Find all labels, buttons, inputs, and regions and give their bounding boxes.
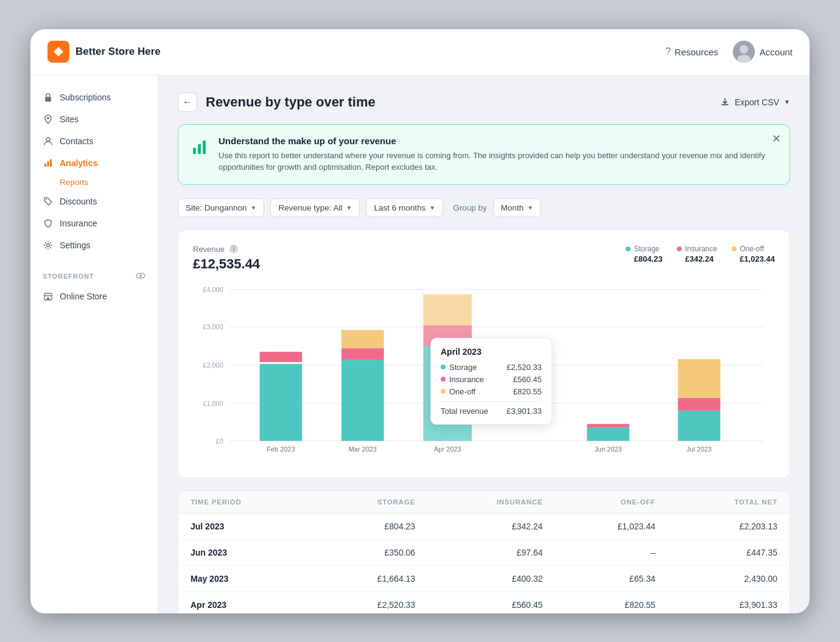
- chart-title-section: Revenue i £12,535.44: [193, 245, 260, 272]
- chart-header: Revenue i £12,535.44 Storage £804.23: [193, 245, 775, 272]
- sidebar: Subscriptions Sites Contacts: [30, 75, 158, 613]
- sidebar-item-settings[interactable]: Settings: [30, 234, 158, 256]
- legend-item-storage: Storage £804.23: [626, 245, 662, 263]
- tooltip-divider: [441, 401, 542, 402]
- row1-insurance: £97.64: [427, 539, 555, 565]
- col-insurance: INSURANCE: [427, 491, 555, 514]
- row0-storage: £804.23: [315, 513, 427, 539]
- bar-jul-one-off: [678, 359, 721, 398]
- brand-name: Better Store Here: [75, 46, 161, 58]
- tooltip-total-label: Total revenue: [441, 406, 488, 416]
- export-chevron-icon: ▼: [784, 99, 790, 105]
- eye-icon[interactable]: [136, 271, 145, 282]
- tooltip-row-one-off: One-off £820.55: [441, 387, 542, 396]
- col-one-off: ONE-OFF: [555, 491, 668, 514]
- revenue-table: TIME PERIOD STORAGE INSURANCE ONE-OFF TO…: [178, 491, 789, 613]
- group-by-value: Month: [501, 203, 524, 212]
- svg-point-2: [740, 45, 748, 54]
- row2-storage: £1,664.13: [315, 565, 427, 591]
- site-filter-button[interactable]: Site: Dungannon ▼: [178, 198, 264, 217]
- svg-text:Apr 2023: Apr 2023: [434, 445, 461, 453]
- sidebar-item-analytics[interactable]: Analytics: [30, 152, 158, 174]
- row3-total: £3,901.33: [668, 591, 789, 613]
- page-title-row: ← Revenue by type over time: [178, 92, 376, 112]
- bar-feb-insurance: [260, 352, 303, 362]
- storage-dot: [626, 246, 631, 251]
- sidebar-item-online-store[interactable]: Online Store: [30, 285, 158, 307]
- period-filter-button[interactable]: Last 6 months ▼: [366, 198, 443, 217]
- brand-logo-icon: [47, 41, 69, 63]
- page-header: ← Revenue by type over time Export CSV ▼: [178, 92, 790, 112]
- row0-one-off: £1,023.44: [555, 513, 668, 539]
- chart-icon: [43, 158, 54, 169]
- sidebar-item-discounts[interactable]: Discounts: [30, 190, 158, 212]
- location-icon: [43, 114, 54, 125]
- revenue-info-icon[interactable]: i: [229, 245, 238, 253]
- sidebar-item-insurance[interactable]: Insurance: [30, 212, 158, 234]
- body-layout: Subscriptions Sites Contacts: [30, 75, 810, 613]
- top-bar: Better Store Here ? Resources Account: [30, 29, 810, 75]
- site-filter-label: Site: Dungannon: [186, 203, 247, 212]
- row0-total: £2,203.13: [668, 513, 789, 539]
- row2-one-off: £65.34: [555, 565, 668, 591]
- row1-period: Jun 2023: [178, 539, 315, 565]
- store-icon: [43, 291, 54, 302]
- tooltip-storage-value: £2,520.33: [506, 363, 542, 372]
- sidebar-item-subscriptions[interactable]: Subscriptions: [30, 86, 158, 108]
- tooltip-total-row: Total revenue £3,901.33: [441, 406, 542, 416]
- group-by-chevron-icon: ▼: [527, 204, 533, 211]
- chart-tooltip: April 2023 Storage £2,520.33 Insuran: [430, 338, 552, 425]
- svg-text:Feb 2023: Feb 2023: [267, 445, 295, 453]
- svg-rect-16: [193, 148, 196, 154]
- col-total-net: TOTAL NET: [668, 491, 789, 514]
- person-icon: [43, 136, 54, 147]
- site-filter-chevron-icon: ▼: [251, 204, 257, 211]
- top-bar-right: ? Resources Account: [665, 41, 793, 63]
- col-storage: STORAGE: [315, 491, 427, 514]
- banner-close-button[interactable]: ✕: [772, 133, 781, 144]
- account-button[interactable]: Account: [733, 41, 793, 63]
- account-label: Account: [760, 47, 793, 57]
- svg-text:Mar 2023: Mar 2023: [349, 445, 377, 453]
- row3-storage: £2,520.33: [315, 591, 427, 613]
- revenue-type-filter-button[interactable]: Revenue type: All ▼: [270, 198, 360, 217]
- svg-point-10: [46, 199, 47, 200]
- svg-rect-4: [45, 97, 51, 102]
- row3-one-off: £820.55: [555, 591, 668, 613]
- svg-point-6: [46, 138, 50, 141]
- sidebar-item-sites[interactable]: Sites: [30, 108, 158, 130]
- svg-point-11: [47, 243, 50, 246]
- one-off-dot: [732, 246, 737, 251]
- chart-total-amount: £12,535.44: [193, 256, 260, 272]
- tooltip-one-off-value: £820.55: [513, 387, 542, 396]
- question-icon: ?: [665, 46, 671, 57]
- tooltip-storage-label: Storage: [449, 363, 477, 372]
- bar-jun-insurance: [587, 424, 629, 427]
- sidebar-item-contacts[interactable]: Contacts: [30, 130, 158, 152]
- bar-mar-insurance: [341, 348, 384, 360]
- chart-card: Revenue i £12,535.44 Storage £804.23: [178, 229, 790, 478]
- export-label: Export CSV: [735, 97, 779, 107]
- col-time-period: TIME PERIOD: [178, 491, 315, 514]
- one-off-legend-label: One-off: [740, 245, 764, 253]
- resources-button[interactable]: ? Resources: [665, 46, 718, 57]
- bar-jul-storage: [678, 410, 721, 441]
- svg-rect-7: [44, 164, 46, 167]
- row1-one-off: –: [555, 539, 668, 565]
- back-button[interactable]: ←: [178, 92, 197, 112]
- group-by-button[interactable]: Month ▼: [493, 198, 541, 217]
- brand: Better Store Here: [47, 41, 665, 63]
- sidebar-item-reports-label: Reports: [60, 178, 88, 187]
- export-csv-button[interactable]: Export CSV ▼: [720, 97, 790, 107]
- filters-row: Site: Dungannon ▼ Revenue type: All ▼ La…: [178, 198, 790, 217]
- group-by-label: Group by: [453, 203, 487, 212]
- row1-total: £447.35: [668, 539, 789, 565]
- tooltip-one-off-label: One-off: [449, 387, 475, 396]
- chart-legend: Storage £804.23 Insurance £342.24: [626, 245, 775, 263]
- row3-period: Apr 2023: [178, 591, 315, 613]
- sidebar-item-discounts-label: Discounts: [60, 197, 97, 206]
- revenue-type-chevron-icon: ▼: [346, 204, 352, 211]
- tooltip-row-storage: Storage £2,520.33: [441, 363, 542, 372]
- sidebar-item-reports[interactable]: Reports: [30, 174, 158, 190]
- lock-icon: [43, 92, 54, 103]
